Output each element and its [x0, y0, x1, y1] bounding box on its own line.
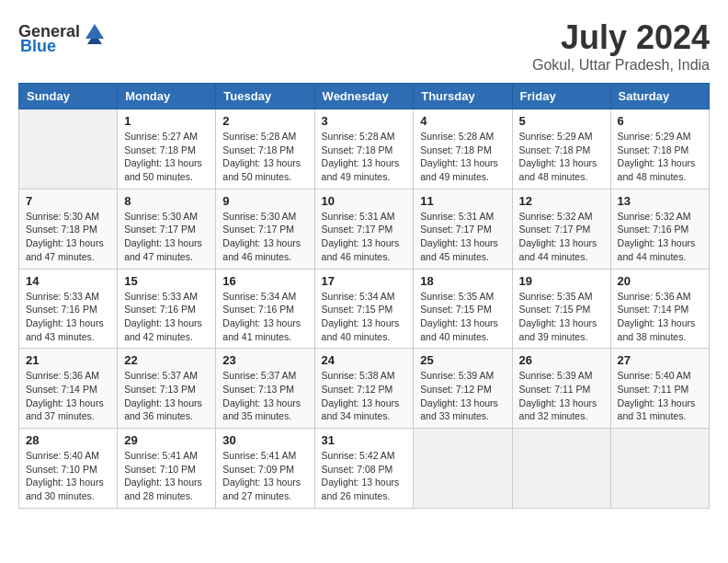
- cell-info: Sunrise: 5:41 AMSunset: 7:09 PMDaylight:…: [222, 449, 307, 503]
- header: General Blue July 2024 Gokul, Uttar Prad…: [18, 18, 710, 74]
- calendar-cell: 16Sunrise: 5:34 AMSunset: 7:16 PMDayligh…: [216, 269, 314, 349]
- day-number: 23: [222, 353, 307, 367]
- cell-info: Sunrise: 5:31 AMSunset: 7:17 PMDaylight:…: [420, 210, 505, 264]
- calendar-cell: 12Sunrise: 5:32 AMSunset: 7:17 PMDayligh…: [512, 189, 610, 269]
- calendar-cell: 15Sunrise: 5:33 AMSunset: 7:16 PMDayligh…: [118, 269, 216, 349]
- day-number: 7: [26, 194, 110, 208]
- cell-info: Sunrise: 5:27 AMSunset: 7:18 PMDaylight:…: [124, 130, 209, 184]
- calendar-cell: 3Sunrise: 5:28 AMSunset: 7:18 PMDaylight…: [314, 109, 414, 190]
- day-number: 12: [519, 194, 604, 208]
- cell-info: Sunrise: 5:37 AMSunset: 7:13 PMDaylight:…: [124, 369, 209, 423]
- calendar-cell: 11Sunrise: 5:31 AMSunset: 7:17 PMDayligh…: [414, 189, 512, 269]
- cell-info: Sunrise: 5:33 AMSunset: 7:16 PMDaylight:…: [26, 290, 110, 344]
- calendar-cell: 13Sunrise: 5:32 AMSunset: 7:16 PMDayligh…: [610, 189, 709, 269]
- calendar-cell: 9Sunrise: 5:30 AMSunset: 7:17 PMDaylight…: [216, 189, 314, 269]
- calendar-cell: [414, 429, 512, 509]
- day-number: 15: [124, 274, 209, 288]
- cell-info: Sunrise: 5:33 AMSunset: 7:16 PMDaylight:…: [124, 290, 209, 344]
- header-row: SundayMondayTuesdayWednesdayThursdayFrid…: [19, 84, 710, 109]
- cell-info: Sunrise: 5:29 AMSunset: 7:18 PMDaylight:…: [519, 130, 604, 184]
- calendar-cell: 14Sunrise: 5:33 AMSunset: 7:16 PMDayligh…: [19, 269, 118, 349]
- calendar-cell: 27Sunrise: 5:40 AMSunset: 7:11 PMDayligh…: [610, 349, 709, 429]
- week-row-2: 7Sunrise: 5:30 AMSunset: 7:18 PMDaylight…: [19, 189, 710, 269]
- cell-info: Sunrise: 5:36 AMSunset: 7:14 PMDaylight:…: [26, 369, 110, 423]
- cell-info: Sunrise: 5:36 AMSunset: 7:14 PMDaylight:…: [618, 290, 702, 344]
- calendar-cell: 22Sunrise: 5:37 AMSunset: 7:13 PMDayligh…: [118, 349, 216, 429]
- cell-info: Sunrise: 5:28 AMSunset: 7:18 PMDaylight:…: [222, 130, 307, 184]
- cell-info: Sunrise: 5:30 AMSunset: 7:17 PMDaylight:…: [222, 210, 307, 264]
- day-number: 9: [222, 194, 307, 208]
- column-header-friday: Friday: [512, 84, 610, 109]
- calendar-cell: 31Sunrise: 5:42 AMSunset: 7:08 PMDayligh…: [314, 429, 414, 509]
- day-number: 6: [618, 114, 702, 128]
- svg-marker-0: [85, 24, 104, 39]
- day-number: 16: [222, 274, 307, 288]
- day-number: 2: [222, 114, 307, 128]
- cell-info: Sunrise: 5:31 AMSunset: 7:17 PMDaylight:…: [322, 210, 407, 264]
- cell-info: Sunrise: 5:32 AMSunset: 7:16 PMDaylight:…: [618, 210, 702, 264]
- day-number: 5: [519, 114, 604, 128]
- day-number: 4: [420, 114, 505, 128]
- cell-info: Sunrise: 5:28 AMSunset: 7:18 PMDaylight:…: [420, 130, 505, 184]
- day-number: 10: [322, 194, 407, 208]
- calendar-cell: 8Sunrise: 5:30 AMSunset: 7:17 PMDaylight…: [118, 189, 216, 269]
- calendar-cell: 25Sunrise: 5:39 AMSunset: 7:12 PMDayligh…: [414, 349, 512, 429]
- day-number: 30: [222, 433, 307, 447]
- cell-info: Sunrise: 5:40 AMSunset: 7:10 PMDaylight:…: [26, 449, 110, 503]
- cell-info: Sunrise: 5:30 AMSunset: 7:17 PMDaylight:…: [124, 210, 209, 264]
- day-number: 8: [124, 194, 209, 208]
- day-number: 11: [420, 194, 505, 208]
- calendar-cell: 18Sunrise: 5:35 AMSunset: 7:15 PMDayligh…: [414, 269, 512, 349]
- logo-icon: [82, 18, 108, 44]
- calendar-cell: 19Sunrise: 5:35 AMSunset: 7:15 PMDayligh…: [512, 269, 610, 349]
- calendar-cell: 1Sunrise: 5:27 AMSunset: 7:18 PMDaylight…: [118, 109, 216, 190]
- cell-info: Sunrise: 5:38 AMSunset: 7:12 PMDaylight:…: [322, 369, 407, 423]
- cell-info: Sunrise: 5:35 AMSunset: 7:15 PMDaylight:…: [420, 290, 505, 344]
- calendar-cell: 21Sunrise: 5:36 AMSunset: 7:14 PMDayligh…: [19, 349, 118, 429]
- day-number: 28: [26, 433, 110, 447]
- calendar-title: July 2024: [532, 18, 710, 57]
- cell-info: Sunrise: 5:28 AMSunset: 7:18 PMDaylight:…: [322, 130, 407, 184]
- column-header-wednesday: Wednesday: [314, 84, 414, 109]
- day-number: 18: [420, 274, 505, 288]
- week-row-1: 1Sunrise: 5:27 AMSunset: 7:18 PMDaylight…: [19, 109, 710, 190]
- calendar-cell: 6Sunrise: 5:29 AMSunset: 7:18 PMDaylight…: [610, 109, 709, 190]
- calendar-cell: 10Sunrise: 5:31 AMSunset: 7:17 PMDayligh…: [314, 189, 414, 269]
- cell-info: Sunrise: 5:32 AMSunset: 7:17 PMDaylight:…: [519, 210, 604, 264]
- cell-info: Sunrise: 5:29 AMSunset: 7:18 PMDaylight:…: [618, 130, 702, 184]
- calendar-cell: 29Sunrise: 5:41 AMSunset: 7:10 PMDayligh…: [118, 429, 216, 509]
- calendar-cell: 5Sunrise: 5:29 AMSunset: 7:18 PMDaylight…: [512, 109, 610, 190]
- day-number: 27: [618, 353, 702, 367]
- day-number: 19: [519, 274, 604, 288]
- day-number: 22: [124, 353, 209, 367]
- calendar-cell: 2Sunrise: 5:28 AMSunset: 7:18 PMDaylight…: [216, 109, 314, 190]
- cell-info: Sunrise: 5:41 AMSunset: 7:10 PMDaylight:…: [124, 449, 209, 503]
- cell-info: Sunrise: 5:30 AMSunset: 7:18 PMDaylight:…: [26, 210, 110, 264]
- calendar-cell: 4Sunrise: 5:28 AMSunset: 7:18 PMDaylight…: [414, 109, 512, 190]
- calendar-cell: [512, 429, 610, 509]
- cell-info: Sunrise: 5:40 AMSunset: 7:11 PMDaylight:…: [618, 369, 702, 423]
- column-header-monday: Monday: [118, 84, 216, 109]
- cell-info: Sunrise: 5:37 AMSunset: 7:13 PMDaylight:…: [222, 369, 307, 423]
- calendar-cell: [610, 429, 709, 509]
- day-number: 29: [124, 433, 209, 447]
- week-row-5: 28Sunrise: 5:40 AMSunset: 7:10 PMDayligh…: [19, 429, 710, 509]
- column-header-sunday: Sunday: [19, 84, 118, 109]
- calendar-cell: 24Sunrise: 5:38 AMSunset: 7:12 PMDayligh…: [314, 349, 414, 429]
- day-number: 26: [519, 353, 604, 367]
- cell-info: Sunrise: 5:39 AMSunset: 7:11 PMDaylight:…: [519, 369, 604, 423]
- day-number: 21: [26, 353, 110, 367]
- logo: General Blue: [18, 18, 108, 56]
- column-header-tuesday: Tuesday: [216, 84, 314, 109]
- calendar-subtitle: Gokul, Uttar Pradesh, India: [532, 57, 710, 74]
- day-number: 3: [322, 114, 407, 128]
- column-header-thursday: Thursday: [414, 84, 512, 109]
- day-number: 1: [124, 114, 209, 128]
- day-number: 31: [322, 433, 407, 447]
- cell-info: Sunrise: 5:34 AMSunset: 7:15 PMDaylight:…: [322, 290, 407, 344]
- calendar-cell: 30Sunrise: 5:41 AMSunset: 7:09 PMDayligh…: [216, 429, 314, 509]
- calendar-table: SundayMondayTuesdayWednesdayThursdayFrid…: [18, 83, 710, 509]
- cell-info: Sunrise: 5:39 AMSunset: 7:12 PMDaylight:…: [420, 369, 505, 423]
- day-number: 17: [322, 274, 407, 288]
- cell-info: Sunrise: 5:35 AMSunset: 7:15 PMDaylight:…: [519, 290, 604, 344]
